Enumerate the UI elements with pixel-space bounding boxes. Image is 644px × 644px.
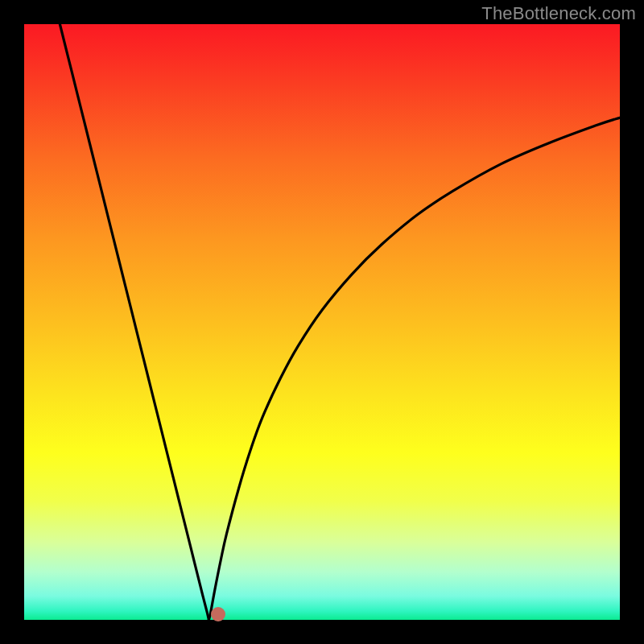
attribution-text: TheBottleneck.com	[481, 3, 636, 24]
curve-right-branch	[208, 118, 620, 620]
vertex-marker	[211, 607, 225, 621]
curve-left-branch	[60, 24, 208, 620]
bottleneck-curve	[24, 24, 620, 620]
chart-frame	[24, 24, 620, 620]
